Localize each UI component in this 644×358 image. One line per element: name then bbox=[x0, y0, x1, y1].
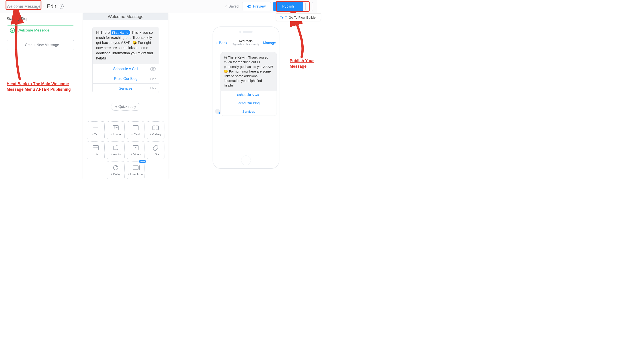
card-icon bbox=[133, 125, 138, 131]
flow-icon: □⇄□ bbox=[280, 15, 287, 19]
more-menu-button[interactable] bbox=[306, 2, 313, 11]
message-button-label: Services bbox=[119, 87, 132, 91]
tool-card[interactable]: + Card bbox=[127, 121, 144, 139]
tool-text[interactable]: + Text bbox=[87, 121, 104, 139]
publish-button[interactable]: Publish bbox=[273, 2, 303, 11]
saved-status: Saved bbox=[224, 5, 238, 9]
tool-audio[interactable]: + Audio bbox=[107, 141, 124, 159]
tool-label: + Audio bbox=[111, 153, 120, 156]
phone-home-button bbox=[241, 156, 251, 165]
phone-message-button[interactable]: Services bbox=[220, 107, 277, 116]
help-icon[interactable]: ? bbox=[59, 4, 64, 9]
tool-label: + Image bbox=[110, 133, 121, 136]
step-welcome-message[interactable]: Welcome Message bbox=[7, 26, 74, 35]
message-pre: Hi There bbox=[96, 31, 111, 34]
eye-icon bbox=[247, 5, 251, 8]
message-button[interactable]: Schedule A Call bbox=[93, 64, 159, 74]
tool-video[interactable]: + Video bbox=[127, 141, 144, 159]
tool-label: + List bbox=[92, 153, 99, 156]
audio-icon bbox=[114, 145, 118, 151]
breadcrumb-welcome-message[interactable]: Welcome Message bbox=[7, 4, 40, 9]
message-text[interactable]: Hi There First Name! Thank you so much f… bbox=[93, 27, 159, 64]
input-icon bbox=[133, 165, 138, 171]
phone-top-bar bbox=[213, 27, 279, 37]
tool-label: + Text bbox=[92, 133, 100, 136]
tool-delay[interactable]: + Delay bbox=[107, 161, 124, 179]
annotation-text-left: Head Back to The Main Welcome Message Me… bbox=[7, 81, 73, 92]
link-icon bbox=[150, 87, 156, 90]
message-post: ! Thank you so much for reaching out I'l… bbox=[96, 31, 153, 60]
message-block[interactable]: Hi There First Name! Thank you so much f… bbox=[92, 27, 159, 93]
tool-input[interactable]: + User InputPRO bbox=[127, 161, 144, 179]
starting-step-heading: Starting Step bbox=[7, 17, 74, 21]
file-icon bbox=[154, 145, 158, 151]
add-quick-reply-button[interactable]: + Quick reply bbox=[111, 103, 140, 111]
message-button-label: Read Our Blog bbox=[114, 77, 138, 81]
tool-label: + User Input bbox=[128, 173, 144, 176]
phone-preview: Back RedPeak› Typically replies instantl… bbox=[213, 27, 279, 169]
message-button[interactable]: Read Our Blog bbox=[93, 74, 159, 83]
tool-file[interactable]: + File bbox=[147, 141, 164, 159]
chevron-right-icon: › bbox=[43, 5, 44, 9]
create-new-message-button[interactable]: + Create New Message bbox=[7, 40, 74, 50]
tool-image[interactable]: + Image bbox=[107, 121, 124, 139]
phone-message-bubble: Hi There Kelvin! Thank you so much for r… bbox=[220, 52, 277, 91]
pro-badge: PRO bbox=[140, 160, 146, 163]
delay-icon bbox=[113, 165, 118, 171]
tool-gallery[interactable]: + Gallery bbox=[147, 121, 164, 139]
tool-label: + Delay bbox=[111, 173, 120, 176]
text-icon bbox=[93, 125, 98, 131]
message-button[interactable]: Services bbox=[93, 83, 159, 93]
phone-conversation-title: RedPeak› bbox=[213, 39, 279, 43]
flow-builder-label: Go To Flow Builder bbox=[289, 16, 317, 19]
phone-message-button[interactable]: Read Our Blog bbox=[220, 99, 277, 107]
tool-label: + File bbox=[152, 153, 159, 156]
tool-label: + Card bbox=[131, 133, 140, 136]
link-icon bbox=[150, 77, 156, 81]
message-bubble-icon bbox=[10, 28, 15, 33]
video-icon bbox=[133, 145, 138, 151]
list-icon bbox=[93, 145, 98, 151]
tool-label: + Gallery bbox=[150, 133, 161, 136]
link-icon bbox=[150, 67, 156, 71]
avatar-icon bbox=[215, 109, 220, 114]
page-title: Edit bbox=[47, 3, 56, 10]
phone-subtitle: Typically replies instantly bbox=[213, 43, 279, 46]
image-icon bbox=[113, 125, 118, 131]
phone-message-button[interactable]: Schedule A Call bbox=[220, 91, 277, 99]
chevron-right-icon: › bbox=[252, 40, 253, 43]
publish-label: Publish bbox=[282, 5, 294, 9]
message-button-label: Schedule A Call bbox=[113, 67, 138, 71]
preview-button[interactable]: Preview bbox=[242, 2, 271, 11]
go-to-flow-builder-button[interactable]: □⇄□ Go To Flow Builder bbox=[276, 13, 321, 21]
step-label: Welcome Message bbox=[18, 28, 50, 33]
tool-list[interactable]: + List bbox=[87, 141, 104, 159]
annotation-text-right: Publish Your Message bbox=[290, 58, 321, 69]
tool-label: + Video bbox=[131, 153, 140, 156]
variable-token-first-name[interactable]: First Name bbox=[111, 30, 130, 35]
editor-title: Welcome Message bbox=[83, 13, 168, 20]
gallery-icon bbox=[152, 125, 159, 131]
preview-label: Preview bbox=[253, 5, 266, 9]
